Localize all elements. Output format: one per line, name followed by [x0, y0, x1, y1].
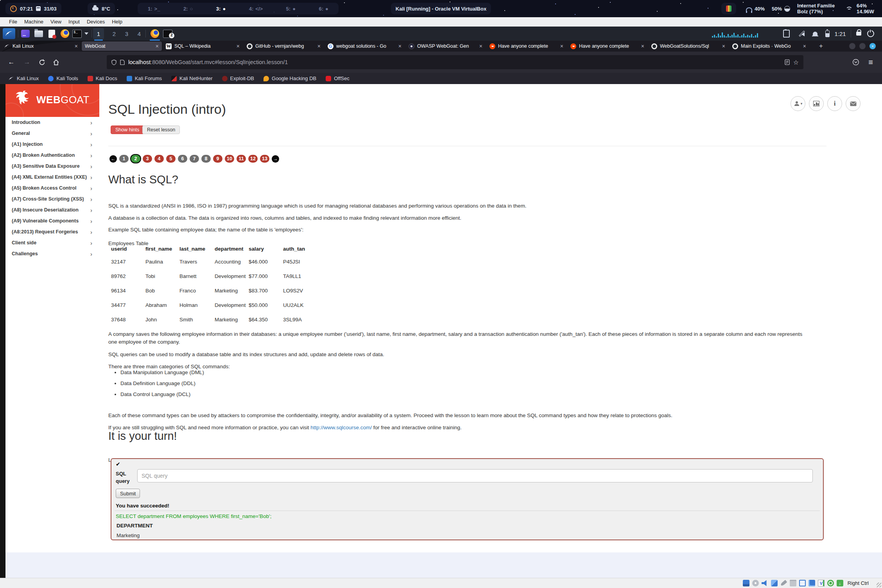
page-7[interactable]: 7: [190, 155, 199, 163]
launcher-dropdown[interactable]: [84, 28, 89, 39]
tab-webgoatsolutions[interactable]: WebGoatSolutions/Sql ×: [648, 41, 728, 51]
bookmark-offsec[interactable]: OffSec: [326, 75, 350, 81]
sidebar-item-a9-vulnerable-components[interactable]: (A9) Vulnerable Components›: [5, 215, 99, 226]
brightness-status[interactable]: 50%: [772, 6, 790, 12]
window-maximize-button[interactable]: [859, 43, 866, 49]
sidebar-item-a7-xss[interactable]: (A7) Cross-Site Scripting (XSS)›: [5, 194, 99, 204]
sidebar-item-general[interactable]: General›: [5, 128, 99, 139]
webgoat-logo-header[interactable]: WEBGOAT: [5, 84, 99, 117]
tab-reddit-1[interactable]: Have anyone complete ×: [486, 41, 566, 51]
clock-date-widget[interactable]: 07:21 31/03: [5, 3, 61, 14]
tab-owasp-webgoat[interactable]: OWASP WebGoat: Gen ×: [405, 41, 486, 51]
menu-help[interactable]: Help: [108, 19, 126, 25]
window-minimize-button[interactable]: [849, 43, 855, 49]
launcher-text-editor[interactable]: [47, 28, 56, 39]
show-hints-button[interactable]: Show hints: [111, 125, 144, 134]
page-12[interactable]: 12: [248, 155, 258, 163]
volume-tray-icon[interactable]: [798, 28, 805, 39]
panel-workspace-4[interactable]: 4: [134, 28, 145, 39]
kali-menu-button[interactable]: [3, 28, 15, 39]
page-13[interactable]: 13: [260, 155, 269, 163]
taskbar-firefox-window[interactable]: [149, 28, 160, 39]
launcher-terminal[interactable]: $_: [72, 28, 82, 39]
menu-devices[interactable]: Devices: [83, 19, 108, 25]
notifications-tray-icon[interactable]: [812, 28, 819, 39]
menu-input[interactable]: Input: [65, 19, 83, 25]
sidebar-item-client-side[interactable]: Client side›: [5, 237, 99, 248]
tab-close-icon[interactable]: ×: [641, 43, 644, 49]
launcher-firefox[interactable]: [59, 28, 70, 39]
menu-view[interactable]: View: [47, 19, 65, 25]
sidebar-item-a8-deserialization[interactable]: (A8) Insecure Deserialization›: [5, 204, 99, 215]
sidebar-item-a1-injection[interactable]: (A1) Injection›: [5, 139, 99, 150]
clipboard-tray-icon[interactable]: [783, 28, 790, 39]
sidebar-item-a4-xxe[interactable]: (A4) XML External Entities (XXE)›: [5, 172, 99, 183]
sidebar-item-challenges[interactable]: Challenges›: [5, 248, 99, 259]
tab-reddit-2[interactable]: Have anyone complete ×: [567, 41, 647, 51]
window-close-button[interactable]: ×: [869, 43, 876, 49]
tab-sql-wikipedia[interactable]: W SQL – Wikipedia ×: [163, 41, 243, 51]
submit-button[interactable]: Submit: [116, 489, 140, 498]
tab-close-icon[interactable]: ×: [479, 43, 482, 49]
shared-folder-icon[interactable]: [790, 580, 796, 586]
headphone-status[interactable]: 40%: [746, 6, 765, 12]
wifi-status[interactable]: Internet Familie Bolz (77%): [797, 3, 850, 14]
bookmark-exploit-db[interactable]: Exploit-DB: [222, 75, 254, 81]
prev-page-button[interactable]: ←: [109, 155, 117, 163]
url-bar[interactable]: localhost:8080/WebGoat/start.mvc#lesson/…: [107, 55, 803, 69]
bookmark-kali-linux[interactable]: Kali Linux: [9, 75, 39, 81]
tab-close-icon[interactable]: ×: [156, 43, 159, 49]
page-4[interactable]: 4: [154, 155, 164, 163]
tab-main-exploits[interactable]: Main Exploits · WebGo ×: [729, 41, 809, 51]
bookmark-kali-tools[interactable]: Kali Tools: [48, 75, 78, 81]
bookmark-google-hacking-db[interactable]: Google Hacking DB: [264, 75, 316, 81]
reload-button[interactable]: [37, 57, 47, 67]
panel-clock[interactable]: 1:21: [832, 28, 848, 39]
tab-github-vernjan[interactable]: GitHub - vernjan/webg ×: [244, 41, 324, 51]
recording-icon[interactable]: [808, 580, 815, 586]
workspace-4[interactable]: 4: </>: [249, 6, 263, 12]
logout-button[interactable]: [866, 28, 875, 39]
bookmark-kali-forums[interactable]: Kali Forums: [127, 75, 162, 81]
resize-grip[interactable]: [877, 583, 881, 587]
power-status[interactable]: 64% 14.96W: [857, 3, 877, 14]
menu-file[interactable]: File: [5, 19, 21, 25]
back-button[interactable]: ←: [6, 57, 16, 67]
usb-icon[interactable]: [780, 580, 787, 586]
sidebar-item-a3-sensitive-data[interactable]: (A3) Sensitive Data Exposure›: [5, 161, 99, 172]
display-icon[interactable]: [799, 580, 806, 586]
new-tab-button[interactable]: +: [816, 42, 826, 50]
report-card-button[interactable]: [809, 96, 824, 111]
optical-disc-icon[interactable]: [752, 580, 759, 586]
mouse-integration-icon[interactable]: [827, 580, 834, 586]
cpu-graph[interactable]: [712, 30, 759, 38]
page-10[interactable]: 10: [225, 155, 234, 163]
menu-machine[interactable]: Machine: [21, 19, 47, 25]
network-icon[interactable]: [771, 580, 778, 586]
sidebar-item-introduction[interactable]: Introduction›: [5, 117, 99, 128]
workspace-5[interactable]: 5: ●: [286, 6, 296, 12]
hard-disk-icon[interactable]: [743, 580, 749, 586]
url-text[interactable]: localhost:8080/WebGoat/start.mvc#lesson/…: [128, 59, 781, 65]
page-1[interactable]: 1: [119, 155, 129, 163]
panel-workspace-2[interactable]: 2: [109, 28, 120, 39]
taskbar-terminal-window[interactable]: 2: [163, 28, 173, 39]
workspace-1[interactable]: 1: >_: [148, 6, 160, 12]
bookmark-star-icon[interactable]: ☆: [793, 59, 799, 66]
home-button[interactable]: [51, 57, 61, 67]
tab-close-icon[interactable]: ×: [722, 43, 725, 49]
sidebar-item-a5-access-control[interactable]: (A5) Broken Access Control›: [5, 183, 99, 194]
workspace-3[interactable]: 3: ●: [216, 6, 226, 12]
tab-close-icon[interactable]: ×: [237, 43, 240, 49]
next-page-button[interactable]: →: [272, 155, 279, 163]
sql-query-input[interactable]: [137, 469, 813, 482]
reader-mode-icon[interactable]: [785, 59, 790, 65]
page-8[interactable]: 8: [201, 155, 211, 163]
tab-kali-linux[interactable]: Kali Linux ×: [1, 41, 81, 51]
tab-close-icon[interactable]: ×: [317, 43, 321, 49]
workspace-2[interactable]: 2: ○: [183, 6, 193, 12]
tab-google-search[interactable]: G webgoat solutions - Go ×: [324, 41, 405, 51]
weather-widget[interactable]: 8°C: [88, 3, 115, 14]
page-info-icon[interactable]: [120, 59, 125, 65]
tab-webgoat[interactable]: WebGoat ×: [82, 41, 162, 51]
